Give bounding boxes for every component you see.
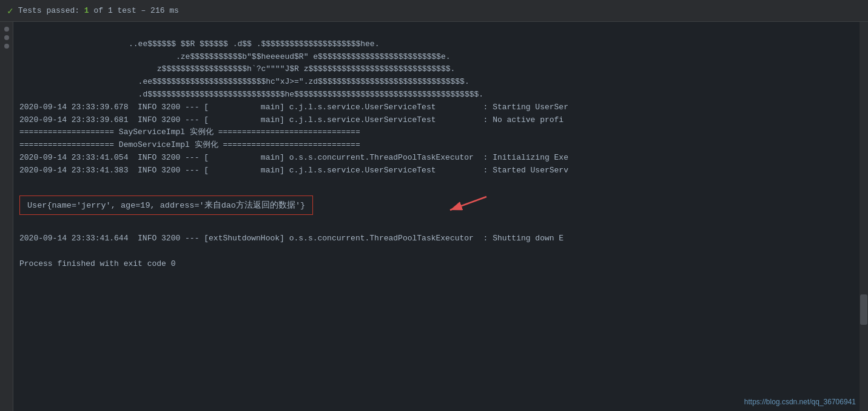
test-result-text: Tests passed: 1 of 1 test – 216 ms	[18, 6, 179, 15]
console-text-2: 2020-09-14 23:33:41.644 INFO 3200 --- [e…	[13, 217, 860, 287]
scrollbar-track[interactable]	[860, 22, 868, 411]
sidebar-dot-3	[4, 44, 9, 49]
svg-line-1	[450, 197, 486, 210]
output-box: User{name='jerry', age=19, address='来自da…	[19, 195, 313, 215]
shutdown-line: 2020-09-14 23:33:41.644 INFO 3200 --- [e…	[19, 234, 564, 243]
output-text: User{name='jerry', age=19, address='来自da…	[27, 201, 305, 210]
top-bar: ✓ Tests passed: 1 of 1 test – 216 ms	[0, 0, 868, 22]
info-line-3: 2020-09-14 23:33:41.054 INFO 3200 --- [ …	[19, 153, 568, 162]
dollar-line-2: .ze$$$$$$$$$$$b"$$heeeeud$R" e$$$$$$$$$$…	[19, 52, 451, 61]
output-section: User{name='jerry', age=19, address='来自da…	[19, 195, 313, 215]
dollar-line-4: .ee$$$$$$$$$$$$$$$$$$$$$$$$hc"xJ>=".zd$$…	[19, 77, 469, 86]
scrollbar-thumb[interactable]	[860, 294, 867, 325]
sidebar-dot-1	[4, 27, 9, 32]
console-output: ..ee$$$$$$ $$R $$$$$$ .d$$ .$$$$$$$$$$$$…	[13, 22, 860, 411]
info-line-2: 2020-09-14 23:33:39.681 INFO 3200 --- [ …	[19, 115, 564, 124]
dollar-line-5: .d$$$$$$$$$$$$$$$$$$$$$$$$$$$$$he$$$$$$$…	[19, 90, 483, 99]
process-line: Process finished with exit code 0	[19, 259, 175, 268]
separator-line-1: ==================== SayServiceImpl 实例化 …	[19, 127, 360, 137]
test-suffix: of 1 test – 216 ms	[89, 6, 179, 15]
info-line-4: 2020-09-14 23:33:41.383 INFO 3200 --- [ …	[19, 166, 568, 175]
test-count: 1	[84, 6, 89, 15]
sidebar-dot-2	[4, 35, 9, 40]
tests-passed-label: Tests passed:	[18, 6, 84, 15]
info-line-1: 2020-09-14 23:33:39.678 INFO 3200 --- [ …	[19, 103, 568, 112]
dollar-line-1: ..ee$$$$$$ $$R $$$$$$ .d$$ .$$$$$$$$$$$$…	[19, 39, 379, 49]
dollar-line-3: z$$$$$$$$$$$$$$$$$$h`?c""""J$R z$$$$$$$$…	[19, 64, 455, 73]
check-icon: ✓	[7, 5, 13, 17]
separator-line-2: ==================== DemoServiceImpl 实例化…	[19, 140, 360, 149]
bottom-link: https://blog.csdn.net/qq_36706941	[744, 398, 856, 406]
red-arrow	[444, 191, 493, 221]
left-sidebar	[0, 22, 13, 411]
console-text: ..ee$$$$$$ $$R $$$$$$ .d$$ .$$$$$$$$$$$$…	[13, 22, 860, 193]
